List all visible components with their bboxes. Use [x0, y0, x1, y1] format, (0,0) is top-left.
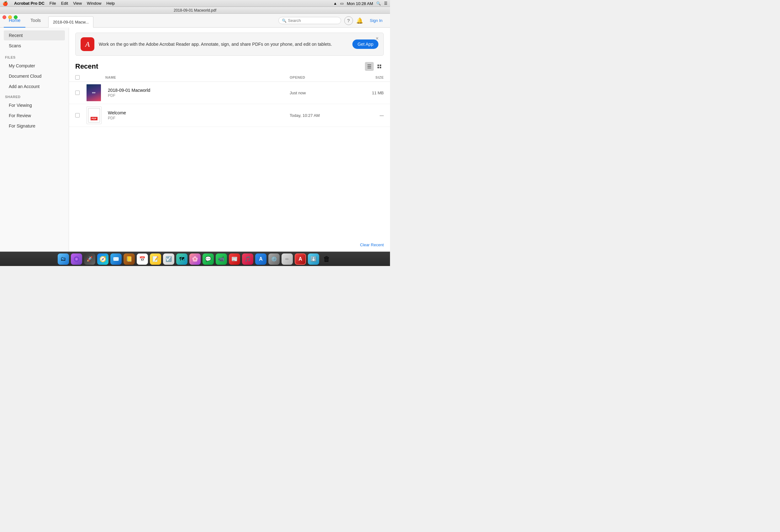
- help-menu[interactable]: Help: [106, 1, 115, 6]
- wifi-icon: ▲: [333, 1, 337, 6]
- col-name-header: NAME: [105, 75, 290, 79]
- sidebar-item-for-review[interactable]: For Review: [4, 111, 65, 121]
- view-menu[interactable]: View: [73, 1, 82, 6]
- file-type: PDF: [108, 93, 290, 98]
- promo-banner: A Work on the go with the Adobe Acrobat …: [75, 33, 384, 56]
- sidebar: Recent Scans FILES My Computer Document …: [0, 28, 69, 252]
- tab-open-file[interactable]: 2018-09-01 Macw...: [48, 16, 93, 28]
- photos-icon[interactable]: 🌸: [189, 254, 201, 265]
- file-menu[interactable]: File: [50, 1, 56, 6]
- shared-section-label: SHARED: [0, 92, 69, 100]
- sidebar-item-my-computer[interactable]: My Computer: [4, 61, 65, 71]
- acrobat-dock-icon[interactable]: A: [295, 254, 306, 265]
- toolbar: Home Tools 2018-09-01 Macw... 🔍 ? 🔔 Sign…: [0, 14, 390, 28]
- table-row[interactable]: MW 2018-09-01 Macworld PDF Just now 11 M…: [69, 82, 390, 104]
- svg-rect-0: [368, 64, 371, 65]
- table-header: NAME OPENED SIZE: [69, 73, 390, 82]
- banner-close-button[interactable]: ×: [374, 36, 380, 42]
- sidebar-item-for-viewing[interactable]: For Viewing: [4, 100, 65, 110]
- control-strip-icon[interactable]: ☰: [384, 1, 388, 6]
- sidebar-item-add-account[interactable]: Add an Account: [4, 82, 65, 92]
- svg-point-7: [74, 257, 79, 262]
- finder-icon[interactable]: 🗂: [58, 254, 69, 265]
- messages-icon[interactable]: 💬: [202, 254, 214, 265]
- grid-view-button[interactable]: [375, 62, 384, 71]
- svg-rect-4: [380, 64, 381, 66]
- app-name[interactable]: Acrobat Pro DC: [14, 1, 45, 6]
- clock: Mon 10:28 AM: [347, 1, 373, 6]
- file-name: 2018-09-01 Macworld: [108, 88, 290, 93]
- col-opened-header: OPENED: [290, 75, 352, 79]
- siri-icon[interactable]: [71, 254, 82, 265]
- clear-recent-button[interactable]: Clear Recent: [360, 243, 384, 247]
- file-opened: Just now: [290, 91, 306, 95]
- calendar-icon[interactable]: 📅: [137, 254, 148, 265]
- news-icon[interactable]: 📰: [229, 254, 240, 265]
- list-view-button[interactable]: [365, 62, 374, 71]
- trash-icon[interactable]: 🗑: [321, 254, 332, 265]
- file-thumbnail: MW: [87, 84, 101, 101]
- window-menu[interactable]: Window: [87, 1, 101, 6]
- search-box[interactable]: 🔍: [278, 17, 341, 24]
- select-all-checkbox[interactable]: [75, 75, 80, 79]
- apple-menu[interactable]: 🍎: [2, 1, 8, 6]
- help-button[interactable]: ?: [344, 16, 353, 25]
- notes-icon[interactable]: 📝: [150, 254, 161, 265]
- maps-icon[interactable]: 🗺: [176, 254, 188, 265]
- row-checkbox[interactable]: [75, 113, 80, 117]
- banner-text: Work on the go with the Adobe Acrobat Re…: [99, 41, 348, 48]
- mail-icon[interactable]: ✉️: [110, 254, 121, 265]
- content-area: A Work on the go with the Adobe Acrobat …: [69, 28, 390, 252]
- sidebar-item-recent[interactable]: Recent: [4, 31, 65, 40]
- file-thumbnail: PDF: [87, 107, 102, 124]
- table-row[interactable]: PDF Welcome PDF Today, 10:27 AM —: [69, 104, 390, 127]
- file-opened: Today, 10:27 AM: [290, 113, 320, 118]
- safari-icon[interactable]: 🧭: [97, 254, 108, 265]
- search-icon: 🔍: [282, 18, 287, 23]
- row-checkbox[interactable]: [75, 91, 80, 95]
- sidebar-item-for-signature[interactable]: For Signature: [4, 121, 65, 131]
- spotlight-icon[interactable]: 🔍: [376, 1, 381, 6]
- facetime-icon[interactable]: 📹: [216, 254, 227, 265]
- tab-tools[interactable]: Tools: [26, 14, 46, 28]
- edit-menu[interactable]: Edit: [61, 1, 68, 6]
- reminders-icon[interactable]: ☑️: [163, 254, 174, 265]
- appstore-icon[interactable]: A: [255, 254, 266, 265]
- display-icon: ▭: [340, 1, 344, 6]
- search-input[interactable]: [288, 18, 338, 23]
- svg-rect-3: [378, 64, 379, 66]
- svg-rect-2: [368, 68, 371, 68]
- systemprefs-icon[interactable]: ⚙️: [269, 254, 280, 265]
- sidebar-item-scans[interactable]: Scans: [4, 41, 65, 51]
- adobe-reader-icon: A: [81, 37, 94, 51]
- svg-rect-1: [368, 66, 371, 67]
- notefile-icon[interactable]: 📒: [124, 254, 135, 265]
- launchpad-icon[interactable]: 🚀: [84, 254, 95, 265]
- tab-home[interactable]: Home: [4, 14, 26, 28]
- file-type: PDF: [108, 116, 290, 120]
- file-size: —: [380, 113, 384, 118]
- view-toggle: [365, 62, 384, 71]
- downloads-icon[interactable]: ⬇️: [308, 254, 319, 265]
- files-section-label: FILES: [0, 52, 69, 60]
- col-size-header: SIZE: [352, 75, 384, 79]
- dock: 🗂 🚀 🧭 ✉️ 📒 📅 📝 ☑️ 🗺 🌸 💬 📹 📰 🎵 A ⚙️ ✏ A ⬇…: [0, 252, 390, 266]
- window-title: 2018-09-01 Macworld.pdf: [174, 8, 216, 12]
- sidebar-item-document-cloud[interactable]: Document Cloud: [4, 71, 65, 81]
- kolibri-icon[interactable]: ✏: [282, 254, 293, 265]
- file-name: Welcome: [108, 110, 290, 115]
- svg-rect-6: [380, 67, 381, 68]
- svg-rect-5: [378, 67, 379, 68]
- notifications-button[interactable]: 🔔: [356, 17, 363, 24]
- file-size: 11 MB: [372, 91, 384, 95]
- music-icon[interactable]: 🎵: [242, 254, 253, 265]
- menubar: 🍎 Acrobat Pro DC File Edit View Window H…: [0, 0, 390, 7]
- recent-title: Recent: [75, 62, 98, 70]
- sign-in-button[interactable]: Sign In: [366, 17, 386, 24]
